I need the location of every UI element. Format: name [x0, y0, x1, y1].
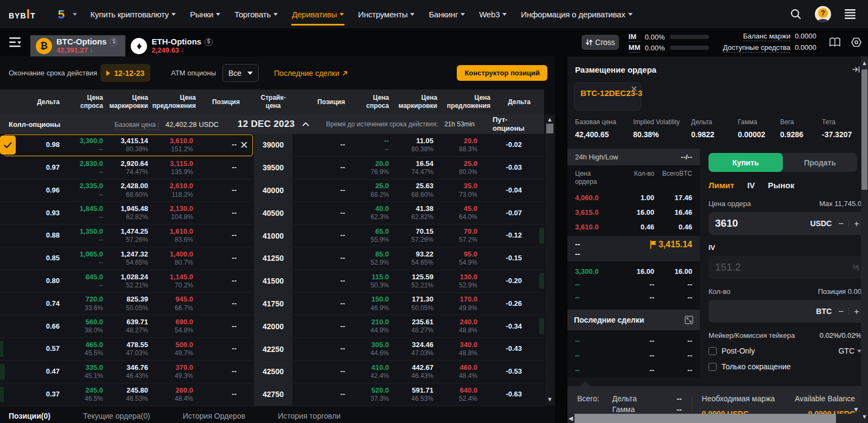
bottom-tab-3[interactable]: История Ордеров: [183, 412, 246, 420]
order-type-tab-3[interactable]: Рынок: [768, 181, 795, 190]
panel-horizontal-scrollbar[interactable]: ◀ ▶: [567, 414, 868, 423]
contract-chip[interactable]: BTC-12DEC23-3 ✕: [574, 82, 641, 111]
chain-scroll-thumb[interactable]: [546, 124, 553, 133]
qty-plus-button[interactable]: +: [854, 307, 859, 316]
collapse-panel-icon[interactable]: [852, 66, 860, 73]
qty-input[interactable]: BTC − +: [709, 300, 866, 323]
book-ask-row[interactable]: 3,610.00.460.46: [567, 220, 700, 234]
bottom-tab-1[interactable]: Позиции(0): [9, 412, 50, 420]
call-side-42250[interactable]: 0.57465.045.5%478.5547.03%500.049.7%--: [0, 338, 254, 360]
call-side-39000[interactable]: 0.983,300.0--3,415.1480.38%3,610.0151.2%…: [0, 134, 254, 156]
base-price-label[interactable]: Базовая цена :: [114, 121, 159, 130]
iv-input[interactable]: 151.2 %: [709, 256, 866, 279]
put-side-42000[interactable]: --210.044.9%235.6148.27%240.048.8%-0.34: [292, 315, 544, 337]
call-side-40500[interactable]: 0.931,845.0--1,945.4862.82%2,130.0104.8%…: [0, 202, 254, 224]
contract-close-icon[interactable]: ✕: [630, 84, 637, 94]
position-builder-button[interactable]: Конструктор позиций: [457, 65, 547, 81]
scroll-down-icon[interactable]: ▼: [547, 396, 553, 402]
put-side-42500[interactable]: --410.042.4%442.6746.43%460.048.4%-0.53: [292, 361, 544, 383]
put-side-41000[interactable]: --65.055.9%70.1557.26%70.057.2%-0.12: [292, 225, 544, 247]
expand-icon[interactable]: [685, 316, 693, 324]
mark-price[interactable]: 3,415.14: [649, 240, 692, 249]
call-side-41750[interactable]: 0.74720.033.6%825.3950.05%945.066.7%--: [0, 293, 254, 315]
post-only-checkbox[interactable]: [709, 347, 717, 355]
symbol-tab-btc[interactable]: ₿BTC-Options$42,391.27↓: [30, 35, 125, 56]
search-icon[interactable]: [790, 8, 802, 20]
scroll-left-icon[interactable]: ◀: [567, 415, 574, 422]
nav-item-4[interactable]: Деривативы: [285, 0, 351, 28]
expiry-date-group[interactable]: 12 DEC 2023: [238, 119, 309, 130]
price-plus-button[interactable]: +: [854, 219, 859, 228]
call-side-41000[interactable]: 0.881,350.0--1,474.2557.26%1,610.083.6%-…: [0, 225, 254, 247]
order-type-tab-1[interactable]: Лимит: [709, 181, 734, 190]
symbol-tab-eth[interactable]: ♦ETH-Options$2,249.63↓: [125, 35, 220, 56]
call-position: --: [193, 293, 237, 315]
put-side-42750[interactable]: --520.037.3%591.7146.53%640.052.4%-0.63: [292, 383, 544, 406]
put-side-40000[interactable]: --25.068.2%25.6368.60%35.073.0%-0.04: [292, 180, 544, 202]
book-ask-row[interactable]: 4,060.01.0017.46: [567, 190, 700, 205]
call-side-42750[interactable]: 0.37245.046.5%245.8046.53%260.048.4%--: [0, 383, 254, 406]
call-side-41500[interactable]: 0.80845.0--1,028.2452.21%1,145.070.2%--: [0, 270, 254, 292]
put-side-40500[interactable]: --40.062.3%41.3862.82%45.064.0%-0.07: [292, 202, 544, 224]
nav-item-6[interactable]: Банкинг: [422, 0, 472, 28]
scroll-up-icon[interactable]: ▲: [547, 116, 553, 123]
call-side-39500[interactable]: 0.972,830.0--2,920.6474.47%3,115.0135.9%…: [0, 157, 254, 179]
put-side-39500[interactable]: --20.076.9%16.5474.47%25.080.0%-0.03: [292, 157, 544, 179]
im-label[interactable]: IM: [629, 33, 641, 42]
price-input[interactable]: 3610 USDC − +: [709, 212, 866, 235]
chain-scrollbar[interactable]: ▲ ▼: [545, 114, 555, 406]
settings-gear-icon[interactable]: [851, 37, 862, 48]
qty-minus-button[interactable]: −: [838, 307, 844, 316]
v-scroll-down-icon[interactable]: ▼: [861, 413, 867, 420]
book-bid-row[interactable]: ------: [567, 278, 700, 291]
book-ask-row[interactable]: 3,615.016.0016.46: [567, 205, 700, 220]
call-side-42500[interactable]: 0.47335.045.1%346.7646.43%370.049.3%--: [0, 361, 254, 383]
panel-vertical-scrollbar[interactable]: ▲ ▼: [861, 56, 868, 423]
mm-label[interactable]: MM: [629, 43, 641, 53]
orderbook-guide-icon[interactable]: [829, 37, 841, 47]
nav-item-1[interactable]: Купить криптовалюту: [84, 0, 183, 28]
nav-item-7[interactable]: Web3: [472, 0, 514, 28]
watchlist-icon[interactable]: [9, 36, 23, 48]
buy-tab[interactable]: Купить: [709, 153, 783, 172]
bottom-tab-4[interactable]: История торговли: [278, 412, 341, 420]
sell-tab[interactable]: Продать: [783, 153, 857, 172]
atm-options-select[interactable]: Все: [222, 64, 259, 82]
bottom-tab-2[interactable]: Текущие ордера(0): [83, 412, 150, 420]
call-ask: 945.066.7%: [148, 293, 193, 315]
summary-collapse-icon[interactable]: ▼: [853, 406, 859, 413]
put-side-41500[interactable]: --115.050.3%125.5952.21%130.052.9%-0.20: [292, 270, 544, 292]
recent-trades-link[interactable]: Последние сделки: [274, 69, 348, 78]
nav-item-label: Инструменты: [358, 10, 407, 19]
available-funds-label[interactable]: Доступные средства: [723, 43, 790, 53]
cross-margin-button[interactable]: Cross: [582, 35, 619, 50]
nav-item-2[interactable]: Рынки: [183, 0, 227, 28]
call-side-40000[interactable]: 0.962,335.0--2,428.0068.60%2,610.0118.2%…: [0, 180, 254, 202]
user-avatar[interactable]: ?: [815, 6, 831, 22]
book-bid-row[interactable]: ------: [567, 291, 700, 304]
deselect-row-icon[interactable]: ✕: [240, 140, 248, 150]
put-side-41250[interactable]: --85.052.9%93.2254.65%95.054.9%-0.15: [292, 247, 544, 270]
bybit-logo[interactable]: BYBIT: [9, 7, 36, 22]
nav-item-5[interactable]: Инструменты: [351, 0, 422, 28]
call-side-42000[interactable]: 0.66560.038.0%639.7148.27%690.054.8%--: [0, 315, 254, 337]
put-side-41750[interactable]: --150.046.9%171.3050.05%170.049.8%-0.26: [292, 293, 544, 315]
v-scroll-up-icon[interactable]: ▲: [861, 60, 867, 66]
h-scroll-thumb[interactable]: [575, 414, 836, 423]
v-scroll-thumb[interactable]: [861, 69, 867, 190]
time-in-force-select[interactable]: GTC: [838, 347, 861, 355]
nav-item-3[interactable]: Торговать: [227, 0, 285, 28]
book-bid-row[interactable]: 3,300.016.0016.00: [567, 265, 700, 278]
reduce-only-checkbox[interactable]: [709, 363, 717, 371]
expiry-date-chip[interactable]: 12-12-23: [100, 64, 150, 82]
anniversary-5-badge[interactable]: 5: [56, 7, 77, 22]
put-side-42250[interactable]: --305.044.6%324.4647.03%340.048.8%-0.43: [292, 338, 544, 360]
order-type-tab-2[interactable]: IV: [747, 181, 755, 190]
nav-item-8[interactable]: Информация о деривативах: [514, 0, 639, 28]
put-side-39000[interactable]: ------11.0580.38%20.088.3%-0.02: [292, 134, 544, 156]
price-minus-button[interactable]: −: [838, 219, 844, 228]
menu-icon[interactable]: [844, 9, 856, 19]
margin-balance-label[interactable]: Баланс маржи: [743, 32, 790, 41]
selected-check-tab[interactable]: [0, 136, 16, 155]
call-side-41250[interactable]: 0.851,065.0--1,247.3254.65%1,400.080.7%-…: [0, 247, 254, 270]
